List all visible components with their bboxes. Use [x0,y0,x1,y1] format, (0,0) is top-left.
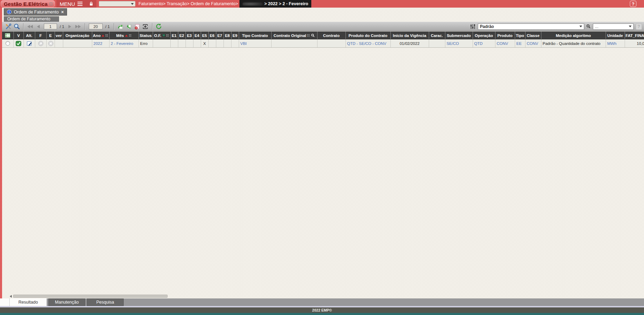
col-header-operacao[interactable]: Operação [473,32,495,39]
cell-classe[interactable]: CONV [525,39,541,48]
col-header-e6[interactable]: E6 [208,32,216,39]
page-input[interactable] [44,23,57,29]
top-dropdown[interactable] [99,1,135,7]
col-header-tipo[interactable]: Tipo [515,32,525,39]
col-header-submercado[interactable]: Submercado [445,32,473,39]
col-header-unidade[interactable]: Unidade [606,32,625,39]
col-header-f[interactable]: F [35,32,46,39]
col-header-e7[interactable]: E7 [216,32,224,39]
cell-link[interactable]: 2022 [94,41,103,46]
cell-operacao[interactable]: QTD [473,39,495,48]
sliders-icon[interactable] [470,23,476,30]
tab-pesquisa[interactable]: Pesquisa [87,298,124,306]
cell-text: 10,0 [637,41,644,46]
cell-tipo_contrato[interactable]: VBI [239,39,271,48]
cell-produto[interactable]: CONV [495,39,515,48]
export-button[interactable] [116,23,125,30]
cell-v[interactable] [13,39,23,48]
col-header-mes[interactable]: Mês [109,32,139,39]
col-header-classe[interactable]: Classe [525,32,541,39]
col-header-tipo_contrato[interactable]: Tipo Contrato [239,32,271,39]
lock-icon [89,1,93,6]
menu-button[interactable]: MENU [56,0,86,8]
cell-link[interactable]: EE [517,41,522,46]
select-column-header[interactable] [2,32,13,39]
cell-ano[interactable]: 2022 [92,39,109,48]
col-header-produto[interactable]: Produto [495,32,515,39]
scrollbar-thumb[interactable] [13,295,168,298]
quick-filter-selector[interactable]: ... [593,23,634,30]
col-header-ver[interactable]: ver [55,32,63,39]
cell-link[interactable]: 2 - Fevereiro [111,41,133,46]
tab-ordem-de-faturamento[interactable]: Ordem de Faturamento × [4,8,67,16]
next-page-button[interactable] [66,23,74,30]
tab-resultado[interactable]: Resultado [10,298,47,306]
first-page-button[interactable] [26,23,34,30]
col-header-e4[interactable]: E4 [193,32,201,39]
cell-link[interactable]: MWh [607,41,617,46]
cell-link[interactable]: CONV [527,41,538,46]
search-button[interactable] [12,23,21,30]
cell-tipo[interactable]: EE [515,39,525,48]
col-header-alt[interactable]: Alt. [23,32,35,39]
log-button[interactable] [133,23,141,30]
prev-page-button[interactable] [34,23,42,30]
cell-contrato_original[interactable] [271,39,317,48]
horizontal-scrollbar[interactable] [10,294,642,298]
col-header-org[interactable]: Organização [63,32,92,39]
chevron-down-icon [629,26,632,27]
col-header-fat_final[interactable]: FAT_FINAL [625,32,644,39]
cell-link[interactable]: QTD - SE/CO - CONV [347,41,387,46]
edit-icon[interactable] [27,41,32,46]
col-header-e[interactable]: E [46,32,55,39]
cell-unidade[interactable]: MWh [606,39,625,48]
col-header-ano[interactable]: Ano [92,32,109,39]
col-header-of[interactable]: O.F. [153,32,170,39]
restore-icon[interactable] [49,2,53,6]
cell-sel[interactable] [2,39,13,48]
cell-alt[interactable] [23,39,35,48]
col-header-medicao[interactable]: Medição algoritmo [541,32,606,39]
col-header-e8[interactable]: E8 [224,32,231,39]
col-header-e2[interactable]: E2 [178,32,186,39]
cell-contrato [317,39,345,48]
help-button[interactable]: ? [630,1,636,7]
last-page-button[interactable] [74,23,82,30]
col-header-e1[interactable]: E1 [170,32,178,39]
cell-submercado[interactable]: SE/CO [445,39,473,48]
col-header-contrato[interactable]: Contrato [317,32,345,39]
col-header-v[interactable]: V [13,32,23,39]
tab-manutencao[interactable]: Manutenção [48,298,85,306]
scroll-left-icon[interactable] [10,295,12,298]
col-header-e5[interactable]: E5 [201,32,208,39]
col-header-inicio_vigencia[interactable]: Início da Vigência [390,32,429,39]
lock-button[interactable] [86,0,96,8]
col-header-carac[interactable]: Carac. [429,32,445,39]
cell-link[interactable]: VBI [240,41,247,46]
rows-per-page-input[interactable] [89,23,103,29]
cell-produto_contrato[interactable]: QTD - SE/CO - CONV [345,39,390,48]
capture-button[interactable] [141,23,150,30]
search-small-icon[interactable] [586,24,591,29]
tab-label: Ordem de Faturamento [14,10,59,15]
view-selector[interactable]: Padrão [478,23,584,30]
col-header-e9[interactable]: E9 [231,32,239,39]
col-header-produto_contrato[interactable]: Produto do Contrato [345,32,390,39]
settings-button[interactable] [4,23,12,30]
col-header-e3[interactable]: E3 [186,32,193,39]
search-icon[interactable] [311,34,315,37]
refresh-button[interactable] [155,23,163,30]
col-header-status[interactable]: Status [139,32,153,39]
cell-link[interactable]: QTD [474,41,483,46]
app-logo[interactable]: Gestão E.Elétrica [1,0,55,7]
cell-mes[interactable]: 2 - Fevereiro [109,39,139,48]
cell-link[interactable]: SE/CO [447,41,459,46]
table-row[interactable]: 20222 - FevereiroErroXVBIQTD - SE/CO - C… [2,39,644,48]
row-select-radio[interactable] [6,41,10,46]
cell-link[interactable]: CONV [497,41,508,46]
col-label: E5 [202,34,207,38]
close-icon[interactable]: × [61,9,64,15]
validated-check-icon[interactable] [16,41,21,46]
import-button[interactable] [125,23,133,30]
col-header-contrato_original[interactable]: Contrato Original [271,32,317,39]
